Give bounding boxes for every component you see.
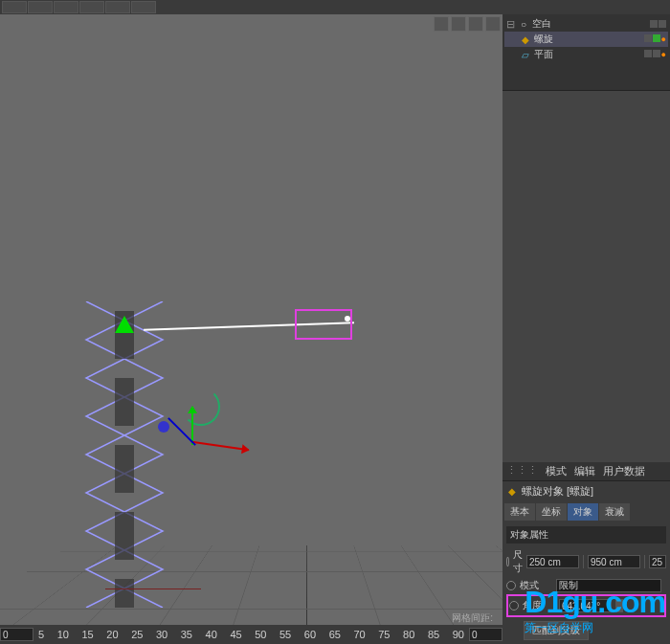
- helix-object[interactable]: [67, 301, 182, 608]
- z-axis-handle-icon[interactable]: [158, 421, 169, 433]
- main-area: 网格间距: 5 10 15 20 25 30 35 40 45 50 55 60…: [0, 14, 670, 644]
- object-manager[interactable]: ⊟ ○ 空白 ◆ 螺旋 ● ▱ 平面 ●: [502, 14, 670, 91]
- timeline-start-input[interactable]: [0, 628, 34, 641]
- object-row-twist[interactable]: ◆ 螺旋 ●: [504, 32, 668, 47]
- tag-icon[interactable]: [644, 34, 652, 42]
- middle-panel: [502, 91, 670, 462]
- twist-icon: ◆: [506, 486, 518, 498]
- tool-icon[interactable]: [54, 1, 78, 13]
- tool-icon[interactable]: [131, 1, 156, 13]
- menu-mode[interactable]: 模式: [546, 464, 567, 478]
- size-x-input[interactable]: [526, 555, 579, 568]
- object-row-null[interactable]: ⊟ ○ 空白: [504, 16, 668, 32]
- anim-dot-icon[interactable]: [509, 601, 519, 611]
- plane-icon: ▱: [520, 49, 531, 60]
- viewport-3d[interactable]: 网格间距: 5 10 15 20 25 30 35 40 45 50 55 60…: [0, 14, 502, 644]
- y-axis-arrow-icon[interactable]: [115, 306, 134, 333]
- attr-menu: ⋮⋮⋮ 模式 编辑 用户数据: [502, 462, 670, 481]
- size-z-input[interactable]: [649, 555, 666, 568]
- tab-object[interactable]: 对象: [568, 503, 598, 521]
- right-panel: ⊟ ○ 空白 ◆ 螺旋 ● ▱ 平面 ● ⋮⋮⋮ 模式 编辑 用户数据: [502, 14, 670, 644]
- object-row-plane[interactable]: ▱ 平面 ●: [504, 47, 668, 62]
- tab-basic[interactable]: 基本: [504, 503, 535, 521]
- object-label: 平面: [534, 48, 641, 61]
- anim-dot-icon[interactable]: [506, 557, 509, 566]
- size-y-input[interactable]: [588, 555, 640, 568]
- mode-select[interactable]: [556, 579, 661, 592]
- spinner-icon[interactable]: [583, 555, 584, 568]
- anim-dot-icon[interactable]: [506, 581, 516, 590]
- highlight-angle-row: 角度: [506, 594, 666, 617]
- tab-coord[interactable]: 坐标: [536, 503, 567, 521]
- vp-rotate-icon[interactable]: [468, 16, 483, 32]
- tag-icon[interactable]: [653, 50, 660, 57]
- label-mode: 模式: [520, 579, 552, 592]
- angle-input[interactable]: [559, 599, 612, 612]
- axis-x-icon[interactable]: [191, 441, 249, 451]
- timeline[interactable]: 5 10 15 20 25 30 35 40 45 50 55 60 65 70…: [0, 625, 502, 644]
- label-size: 尺寸: [513, 548, 523, 575]
- timeline-marks[interactable]: 5 10 15 20 25 30 35 40 45 50 55 60 65 70…: [34, 629, 469, 640]
- vp-zoom-icon[interactable]: [451, 16, 466, 32]
- menu-edit[interactable]: 编辑: [574, 464, 595, 478]
- attr-row-mode: 模式: [506, 577, 666, 594]
- viewport-controls: [434, 16, 501, 32]
- vp-maximize-icon[interactable]: [485, 16, 501, 32]
- attr-row-size: 尺寸: [506, 546, 666, 577]
- label-angle: 角度: [523, 599, 555, 612]
- tag-icon[interactable]: [653, 34, 660, 42]
- section-title: 对象属性: [506, 526, 666, 544]
- null-icon: ○: [518, 18, 529, 30]
- object-label: 螺旋: [534, 33, 641, 46]
- viewport-footer-label: 网格间距:: [452, 611, 493, 625]
- fit-to-parent-button[interactable]: 匹配到父级: [524, 621, 589, 640]
- attr-object-title: ◆ 螺旋对象 [螺旋]: [502, 481, 670, 501]
- tool-icon[interactable]: [105, 1, 130, 13]
- vp-pan-icon[interactable]: [434, 16, 449, 32]
- timeline-end-input[interactable]: [469, 628, 502, 641]
- tool-icon[interactable]: [28, 1, 53, 13]
- twist-icon: ◆: [520, 33, 531, 45]
- tab-falloff[interactable]: 衰减: [599, 503, 630, 521]
- top-toolbar: [0, 0, 670, 14]
- spinner-icon[interactable]: [644, 555, 645, 568]
- object-label: 空白: [532, 17, 647, 31]
- attr-row-angle: 角度: [509, 597, 663, 614]
- tag-icon[interactable]: [650, 20, 658, 28]
- shadow-axis: [105, 588, 201, 589]
- attr-section: 对象属性 尺寸 模式 角度: [502, 522, 670, 644]
- spinner-icon[interactable]: [615, 599, 623, 612]
- attr-tabs: 基本 坐标 对象 衰减: [502, 501, 670, 522]
- tool-icon[interactable]: [79, 1, 104, 13]
- tag-icon[interactable]: [659, 20, 666, 28]
- tag-icon[interactable]: [644, 50, 652, 57]
- attribute-panel: ⋮⋮⋮ 模式 编辑 用户数据 ◆ 螺旋对象 [螺旋] 基本 坐标 对象 衰减 对…: [502, 462, 670, 644]
- tool-icon[interactable]: [2, 1, 27, 13]
- highlight-handle: [295, 309, 352, 340]
- menu-userdata[interactable]: 用户数据: [603, 464, 645, 478]
